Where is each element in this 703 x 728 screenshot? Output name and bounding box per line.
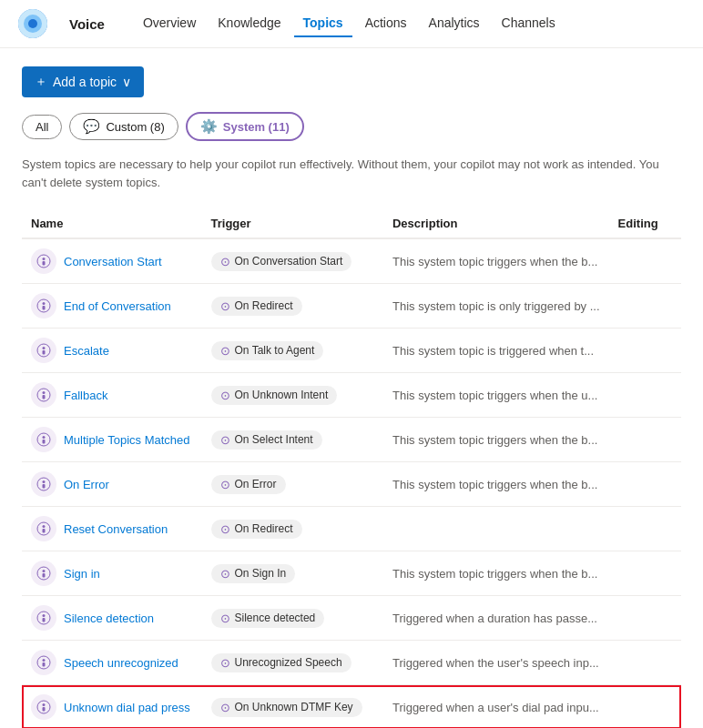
topic-name-cell: Escalate [31, 338, 193, 363]
topic-name-link[interactable]: Silence detection [64, 612, 154, 625]
svg-rect-11 [43, 350, 46, 355]
topic-name-cell: Fallback [31, 382, 193, 408]
trigger-label: On Redirect [235, 522, 293, 535]
svg-rect-5 [43, 261, 46, 266]
topic-icon [31, 605, 56, 631]
svg-point-2 [28, 19, 37, 28]
svg-point-13 [43, 391, 46, 394]
topic-name-link[interactable]: Sign in [64, 567, 100, 581]
topic-name-cell: Conversation Start [31, 248, 193, 274]
nav-links: Overview Knowledge Topics Actions Analyt… [134, 10, 565, 37]
topic-name-link[interactable]: On Error [64, 478, 109, 491]
trigger-badge: ⊙ On Select Intent [211, 430, 322, 450]
nav-analytics[interactable]: Analytics [420, 10, 489, 37]
editing-cell [609, 418, 681, 462]
svg-point-4 [43, 258, 46, 260]
svg-rect-26 [43, 573, 46, 578]
editing-cell [609, 641, 681, 685]
col-header-trigger: Trigger [202, 209, 383, 238]
svg-rect-14 [43, 395, 46, 399]
topic-icon [31, 427, 56, 452]
table-row[interactable]: On Error ⊙ On Error This system topic tr… [22, 462, 681, 507]
nav-actions[interactable]: Actions [356, 10, 416, 37]
topic-name-link[interactable]: Reset Conversation [64, 522, 168, 536]
topic-name-link[interactable]: Conversation Start [64, 255, 162, 268]
filter-custom[interactable]: 💬 Custom (8) [69, 113, 178, 140]
editing-cell [609, 507, 681, 551]
topic-name-link[interactable]: Fallback [64, 389, 107, 402]
editing-cell [609, 284, 681, 329]
svg-point-34 [43, 703, 46, 706]
svg-rect-17 [43, 440, 46, 444]
table-row[interactable]: End of Conversation ⊙ On Redirect This s… [22, 284, 681, 329]
topic-name-link[interactable]: Escalate [64, 344, 109, 358]
trigger-icon: ⊙ [220, 478, 230, 491]
trigger-badge: ⊙ On Error [211, 475, 286, 494]
add-topic-plus-icon: ＋ [35, 74, 47, 90]
add-topic-button[interactable]: ＋ Add a topic ∨ [22, 66, 144, 97]
trigger-label: On Conversation Start [235, 255, 343, 268]
table-row[interactable]: Escalate ⊙ On Talk to Agent This system … [22, 329, 681, 373]
trigger-badge: ⊙ Unrecognized Speech [211, 653, 352, 672]
svg-point-19 [43, 480, 46, 483]
topic-name-cell: On Error [31, 471, 193, 497]
topic-icon [31, 516, 56, 541]
table-row[interactable]: Silence detection ⊙ Silence detected Tri… [22, 596, 681, 641]
trigger-icon: ⊙ [220, 567, 230, 581]
svg-rect-23 [43, 529, 46, 533]
trigger-icon: ⊙ [220, 344, 230, 358]
filter-system[interactable]: ⚙️ System (11) [186, 112, 304, 141]
nav-knowledge[interactable]: Knowledge [209, 10, 290, 37]
table-row[interactable]: Reset Conversation ⊙ On Redirect [22, 507, 681, 551]
table-row[interactable]: Conversation Start ⊙ On Conversation Sta… [22, 238, 681, 284]
topic-name-link[interactable]: Unknown dial pad press [64, 701, 190, 714]
svg-point-25 [43, 570, 46, 572]
system-icon: ⚙️ [200, 118, 218, 135]
editing-cell [609, 596, 681, 641]
add-topic-label: Add a topic [53, 75, 117, 89]
topic-icon [31, 471, 56, 497]
trigger-icon: ⊙ [220, 522, 230, 536]
topic-name-link[interactable]: End of Conversation [64, 299, 171, 313]
topic-name-link[interactable]: Speech unrecognized [64, 656, 178, 670]
col-header-name: Name [22, 209, 202, 238]
topic-description: Triggered when a duration has passe... [392, 612, 597, 625]
editing-cell [609, 238, 681, 284]
topic-name-cell: Speech unrecognized [31, 650, 193, 675]
nav-channels[interactable]: Channels [493, 10, 565, 37]
nav-overview[interactable]: Overview [134, 10, 205, 37]
topic-icon [31, 694, 56, 720]
topic-description: Triggered when a user's dial pad inpu... [392, 701, 599, 714]
col-header-description: Description [383, 209, 609, 238]
nav-topics[interactable]: Topics [294, 10, 352, 37]
table-row[interactable]: Fallback ⊙ On Unknown Intent This system… [22, 373, 681, 418]
topic-description: This system topic is triggered when t... [392, 344, 594, 358]
filter-all[interactable]: All [22, 115, 62, 139]
trigger-label: On Unknown DTMF Key [235, 701, 353, 713]
svg-rect-35 [43, 707, 46, 712]
topic-name-cell: End of Conversation [31, 293, 193, 318]
table-row[interactable]: Unknown dial pad press ⊙ On Unknown DTMF… [22, 685, 681, 729]
svg-point-28 [43, 614, 46, 617]
topic-icon [31, 650, 56, 675]
editing-cell [609, 551, 681, 596]
topic-icon [31, 338, 56, 363]
trigger-label: On Talk to Agent [235, 344, 315, 357]
topic-name-cell: Sign in [31, 561, 193, 586]
main-content: ＋ Add a topic ∨ All 💬 Custom (8) ⚙️ Syst… [0, 48, 703, 728]
trigger-icon: ⊙ [220, 656, 230, 670]
topic-description: This system topic triggers when the u... [392, 389, 597, 402]
svg-point-22 [43, 525, 46, 528]
col-header-editing: Editing [609, 209, 681, 238]
trigger-icon: ⊙ [220, 612, 230, 625]
trigger-label: On Error [235, 478, 277, 490]
table-row[interactable]: Speech unrecognized ⊙ Unrecognized Speec… [22, 641, 681, 685]
topic-name-link[interactable]: Multiple Topics Matched [64, 433, 190, 447]
app-name: Voice [69, 16, 105, 32]
trigger-badge: ⊙ On Sign In [211, 564, 296, 583]
topic-description: This system topic triggers when the b... [392, 478, 597, 491]
table-row[interactable]: Multiple Topics Matched ⊙ On Select Inte… [22, 418, 681, 462]
table-row[interactable]: Sign in ⊙ On Sign In This system topic t… [22, 551, 681, 596]
trigger-icon: ⊙ [220, 389, 230, 402]
trigger-badge: ⊙ On Redirect [211, 297, 302, 316]
